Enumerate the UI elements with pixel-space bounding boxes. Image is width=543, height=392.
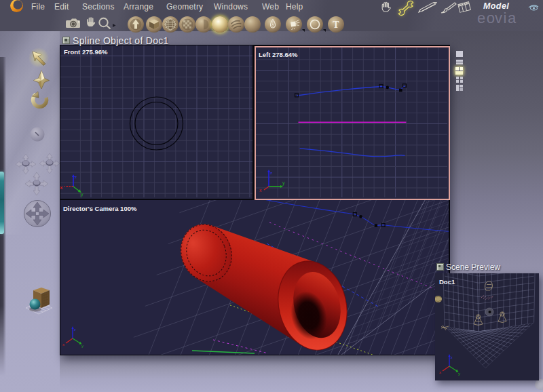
svg-text:z: z — [451, 355, 453, 359]
svg-text:x: x — [62, 342, 64, 347]
svg-text:y: y — [458, 372, 460, 376]
svg-text:x: x — [439, 370, 441, 374]
svg-text:z: z — [75, 175, 77, 179]
svg-text:T: T — [333, 20, 339, 30]
svg-text:x: x — [60, 184, 63, 191]
svg-text:x: x — [259, 188, 262, 193]
svg-text:z: z — [74, 328, 76, 332]
svg-text:y: y — [81, 192, 83, 197]
svg-text:y: y — [81, 344, 83, 348]
svg-text:y: y — [282, 180, 285, 186]
svg-text:z: z — [270, 171, 272, 175]
